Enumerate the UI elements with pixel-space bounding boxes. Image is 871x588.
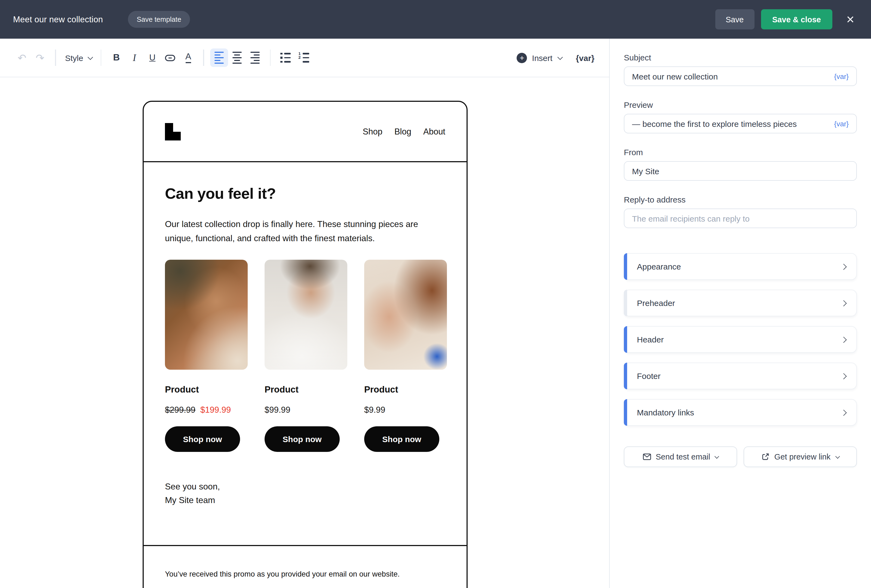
preview-value: — become the first to explore timeless p… bbox=[632, 119, 830, 128]
sidebar-actions: Send test email Get preview link bbox=[624, 446, 857, 467]
variable-button[interactable]: {var} bbox=[576, 53, 594, 62]
get-preview-link-button[interactable]: Get preview link bbox=[744, 446, 857, 467]
preview-input[interactable]: — become the first to explore timeless p… bbox=[624, 114, 857, 133]
preview-field-group: Preview — become the first to explore ti… bbox=[624, 100, 857, 133]
insert-dropdown[interactable]: + Insert bbox=[517, 52, 561, 63]
text-color-button[interactable]: A bbox=[180, 48, 198, 67]
chevron-down-icon bbox=[557, 54, 563, 60]
send-test-email-button[interactable]: Send test email bbox=[624, 446, 737, 467]
shop-now-button[interactable]: Shop now bbox=[165, 426, 240, 452]
accent-strip bbox=[624, 363, 627, 389]
product-photo-3[interactable] bbox=[364, 260, 447, 370]
style-dropdown[interactable]: Style bbox=[62, 48, 95, 67]
formatting-toolbar: ↶ ↷ Style B I U A bbox=[0, 39, 609, 77]
align-left-button[interactable] bbox=[210, 48, 228, 67]
reply-to-field-group: Reply-to address The email recipients ca… bbox=[624, 195, 857, 228]
footer-note[interactable]: You’ve received this promo as you provid… bbox=[165, 570, 445, 578]
product-price[interactable]: $9.99 bbox=[364, 405, 447, 415]
accordion-header[interactable]: Header bbox=[624, 326, 857, 353]
undo-icon[interactable]: ↶ bbox=[13, 48, 31, 67]
shop-now-button[interactable]: Shop now bbox=[364, 426, 439, 452]
align-left-icon bbox=[214, 52, 224, 64]
redo-icon[interactable]: ↷ bbox=[31, 48, 49, 67]
product-grid: Product Product Product $299.99 $199.99 … bbox=[165, 260, 445, 452]
underline-button[interactable]: U bbox=[144, 48, 162, 67]
chevron-right-icon bbox=[841, 300, 846, 306]
email-heading[interactable]: Can you feel it? bbox=[165, 185, 445, 202]
save-template-button[interactable]: Save template bbox=[128, 11, 190, 28]
reply-to-label: Reply-to address bbox=[624, 195, 857, 204]
product-name[interactable]: Product bbox=[265, 385, 347, 395]
chevron-right-icon bbox=[841, 263, 846, 269]
align-center-button[interactable] bbox=[228, 48, 246, 67]
link-button[interactable] bbox=[162, 48, 180, 67]
product-photo-1[interactable] bbox=[165, 260, 248, 370]
toolbar-divider bbox=[55, 49, 56, 66]
chevron-down-icon bbox=[835, 454, 840, 459]
envelope-icon bbox=[643, 453, 651, 460]
from-label: From bbox=[624, 148, 857, 157]
accordion-footer[interactable]: Footer bbox=[624, 363, 857, 389]
close-icon[interactable]: × bbox=[843, 12, 858, 26]
accent-strip bbox=[624, 290, 627, 316]
price: $99.99 bbox=[265, 405, 290, 415]
product-name[interactable]: Product bbox=[165, 385, 248, 395]
settings-accordion: Appearance Preheader Header Footer bbox=[624, 253, 857, 426]
email-nav: Shop Blog About bbox=[363, 127, 446, 136]
shop-now-button[interactable]: Shop now bbox=[265, 426, 340, 452]
accent-strip bbox=[624, 253, 627, 280]
subject-field-group: Subject Meet our new collection {var} bbox=[624, 53, 857, 86]
accordion-label: Preheader bbox=[637, 298, 675, 308]
brand-logo[interactable] bbox=[165, 123, 181, 140]
reply-to-input[interactable]: The email recipients can reply to bbox=[624, 208, 857, 228]
preview-label: Preview bbox=[624, 100, 857, 109]
email-body-section: Can you feel it? Our latest collection d… bbox=[144, 162, 467, 507]
italic-button[interactable]: I bbox=[126, 48, 144, 67]
numbered-list-button[interactable]: 1 2 bbox=[295, 48, 313, 67]
get-preview-link-label: Get preview link bbox=[774, 452, 831, 461]
subject-input[interactable]: Meet our new collection {var} bbox=[624, 66, 857, 86]
nav-link-about[interactable]: About bbox=[423, 127, 445, 136]
preview-var-chip[interactable]: {var} bbox=[834, 120, 849, 128]
email-paragraph[interactable]: Our latest collection drop is finally he… bbox=[165, 217, 445, 245]
send-test-email-label: Send test email bbox=[656, 452, 710, 461]
email-footer-section: You’ve received this promo as you provid… bbox=[144, 545, 467, 578]
save-button[interactable]: Save bbox=[715, 9, 754, 29]
accent-strip bbox=[624, 326, 627, 353]
nav-link-shop[interactable]: Shop bbox=[363, 127, 382, 136]
save-and-close-button[interactable]: Save & close bbox=[761, 9, 832, 29]
campaign-title: Meet our new collection bbox=[13, 14, 103, 24]
product-price[interactable]: $299.99 $199.99 bbox=[165, 405, 248, 415]
email-signoff[interactable]: See you soon, My Site team bbox=[165, 480, 445, 507]
product-photo-2[interactable] bbox=[265, 260, 347, 370]
chevron-right-icon bbox=[841, 373, 846, 379]
from-input[interactable]: My Site bbox=[624, 161, 857, 181]
align-right-icon bbox=[250, 52, 260, 64]
accordion-appearance[interactable]: Appearance bbox=[624, 253, 857, 280]
chevron-down-icon bbox=[88, 54, 93, 60]
accordion-label: Mandatory links bbox=[637, 408, 694, 417]
bold-button[interactable]: B bbox=[108, 48, 126, 67]
email-editor-window: Meet our new collection Save template Sa… bbox=[0, 0, 871, 588]
bullet-list-button[interactable] bbox=[277, 48, 295, 67]
reply-to-placeholder: The email recipients can reply to bbox=[632, 214, 849, 223]
subject-var-chip[interactable]: {var} bbox=[834, 72, 849, 80]
email-canvas: Shop Blog About Can you feel it? Our lat… bbox=[0, 77, 609, 588]
chevron-right-icon bbox=[841, 337, 846, 342]
accordion-preheader[interactable]: Preheader bbox=[624, 290, 857, 316]
plus-circle-icon: + bbox=[517, 52, 527, 63]
subject-label: Subject bbox=[624, 53, 857, 62]
external-link-icon bbox=[762, 453, 769, 461]
numbered-list-icon: 1 2 bbox=[298, 52, 309, 63]
product-name[interactable]: Product bbox=[364, 385, 447, 395]
email-header-section[interactable]: Shop Blog About bbox=[144, 102, 467, 162]
sale-price: $199.99 bbox=[201, 405, 231, 415]
accordion-mandatory-links[interactable]: Mandatory links bbox=[624, 399, 857, 426]
settings-sidebar: Subject Meet our new collection {var} Pr… bbox=[610, 39, 871, 588]
product-price[interactable]: $99.99 bbox=[265, 405, 347, 415]
nav-link-blog[interactable]: Blog bbox=[394, 127, 411, 136]
align-center-icon bbox=[232, 52, 242, 64]
toolbar-divider bbox=[204, 49, 204, 66]
align-right-button[interactable] bbox=[246, 48, 264, 67]
from-value: My Site bbox=[632, 166, 849, 176]
